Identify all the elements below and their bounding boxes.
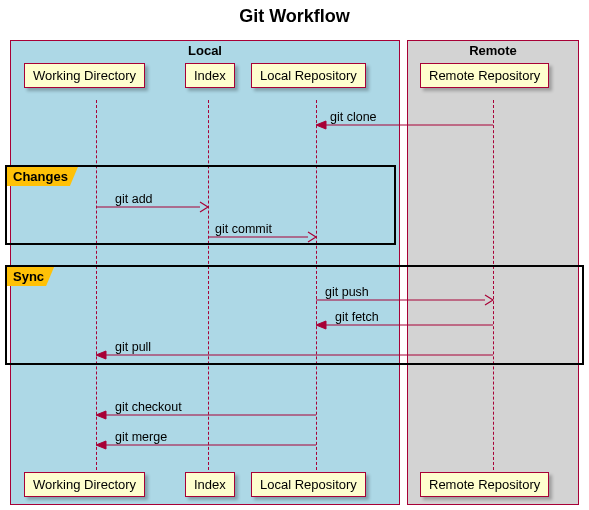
group-remote-label: Remote bbox=[408, 43, 578, 58]
frame-changes: Changes bbox=[5, 165, 396, 245]
frame-sync-label: Sync bbox=[7, 267, 54, 286]
frame-changes-label: Changes bbox=[7, 167, 78, 186]
msg-fetch: git fetch bbox=[335, 310, 379, 324]
participant-idx-bottom: Index bbox=[185, 472, 235, 497]
msg-commit: git commit bbox=[215, 222, 272, 236]
participant-lrepo-bottom: Local Repository bbox=[251, 472, 366, 497]
participant-idx-top: Index bbox=[185, 63, 235, 88]
msg-add: git add bbox=[115, 192, 153, 206]
frame-sync: Sync bbox=[5, 265, 584, 365]
participant-rrepo-bottom: Remote Repository bbox=[420, 472, 549, 497]
msg-push: git push bbox=[325, 285, 369, 299]
msg-merge: git merge bbox=[115, 430, 167, 444]
group-local-label: Local bbox=[11, 43, 399, 58]
diagram-title: Git Workflow bbox=[0, 6, 589, 27]
msg-clone: git clone bbox=[330, 110, 377, 124]
participant-rrepo-top: Remote Repository bbox=[420, 63, 549, 88]
participant-wd-top: Working Directory bbox=[24, 63, 145, 88]
msg-pull: git pull bbox=[115, 340, 151, 354]
msg-checkout: git checkout bbox=[115, 400, 182, 414]
diagram-canvas: Git Workflow Local Remote Working Direct… bbox=[0, 0, 589, 510]
participant-wd-bottom: Working Directory bbox=[24, 472, 145, 497]
participant-lrepo-top: Local Repository bbox=[251, 63, 366, 88]
